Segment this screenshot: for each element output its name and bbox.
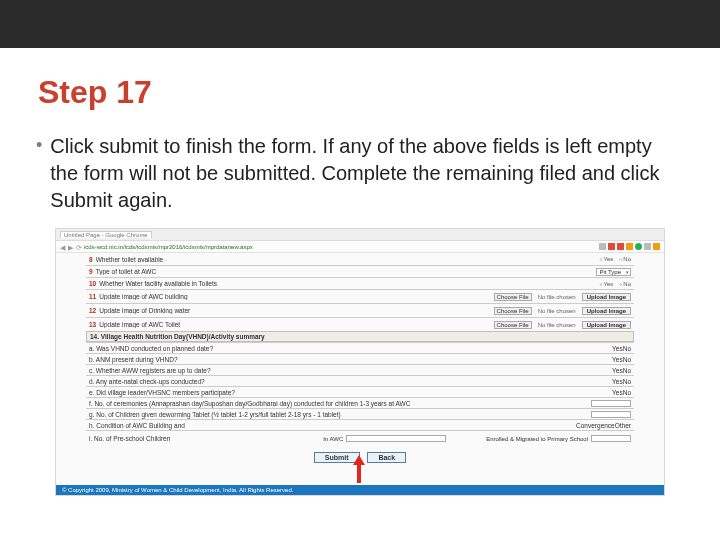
- radio-no[interactable]: No: [619, 256, 631, 262]
- choose-file-button[interactable]: Choose File: [494, 293, 532, 301]
- q9-row: 9 Type of toilet at AWC Pit Type: [86, 265, 634, 277]
- bullet-marker: •: [36, 133, 42, 214]
- url-text: icds-wcd.nic.in/icds/icdsmis/mpr2016/icd…: [84, 244, 596, 250]
- input-f[interactable]: [591, 400, 631, 407]
- page-footer: © Copyright 2009, Ministry of Women & Ch…: [56, 485, 664, 495]
- reload-icon: ⟳: [76, 244, 81, 249]
- section-14-header: 14. Village Health Nutrition Day(VHND)/A…: [86, 331, 634, 342]
- embedded-screenshot: Untitled Page - Google Chrome ◀ ▶ ⟳ icds…: [55, 228, 665, 496]
- browser-titlebar: Untitled Page - Google Chrome: [56, 229, 664, 241]
- row-c: c. Whether AWW registers are up to date?…: [86, 364, 634, 375]
- toilet-type-select[interactable]: Pit Type: [596, 268, 631, 276]
- extension-icons: [599, 243, 660, 250]
- bullet-item: • Click submit to finish the form. If an…: [36, 133, 684, 214]
- upload-image-button[interactable]: Upload Image: [582, 293, 631, 301]
- row-e: e. Did village leader/VHSNC members part…: [86, 386, 634, 397]
- row-g: g. No. of Children given deworming Table…: [86, 408, 634, 419]
- slide-topbar: [0, 0, 720, 48]
- upload-image-button[interactable]: Upload Image: [582, 307, 631, 315]
- button-row: Submit Back: [86, 446, 634, 465]
- radio-yes[interactable]: Yes: [599, 256, 613, 262]
- q11-row: 11 Update image of AWC building Choose F…: [86, 289, 634, 303]
- q13-row: 13 Update image of AWC Toilet Choose Fil…: [86, 317, 634, 331]
- submit-button[interactable]: Submit: [314, 452, 360, 463]
- browser-tab: Untitled Page - Google Chrome: [60, 231, 152, 238]
- choose-file-button[interactable]: Choose File: [494, 307, 532, 315]
- radio-yes[interactable]: Yes: [599, 281, 613, 287]
- q8-row: 8 Whether toilet available YesNo: [86, 253, 634, 265]
- upload-image-button[interactable]: Upload Image: [582, 321, 631, 329]
- forward-icon: ▶: [68, 244, 73, 249]
- back-button[interactable]: Back: [367, 452, 406, 463]
- row-f: f. No. of ceremonies (Annaprashan day/Su…: [86, 397, 634, 408]
- input-i-right[interactable]: [591, 435, 631, 442]
- input-i-left[interactable]: [346, 435, 446, 442]
- row-a: a. Was VHND conducted on planned date?Ye…: [86, 342, 634, 353]
- browser-address-bar: ◀ ▶ ⟳ icds-wcd.nic.in/icds/icdsmis/mpr20…: [56, 241, 664, 253]
- row-b: b. ANM present during VHND?YesNo: [86, 353, 634, 364]
- back-icon: ◀: [60, 244, 65, 249]
- choose-file-button[interactable]: Choose File: [494, 321, 532, 329]
- form-page: 8 Whether toilet available YesNo 9 Type …: [56, 253, 664, 465]
- radio-no[interactable]: No: [619, 281, 631, 287]
- q10-row: 10 Whether Water facility available in T…: [86, 277, 634, 289]
- row-i: i. No. of Pre-school Children In AWC Enr…: [86, 430, 634, 446]
- step-title: Step 17: [38, 74, 684, 111]
- bullet-text: Click submit to finish the form. If any …: [50, 133, 684, 214]
- input-g[interactable]: [591, 411, 631, 418]
- row-d: d. Any ante-natal check-ups conducted?Ye…: [86, 375, 634, 386]
- q12-row: 12 Update image of Drinking water Choose…: [86, 303, 634, 317]
- row-h: h. Condition of AWC Building andConverge…: [86, 419, 634, 430]
